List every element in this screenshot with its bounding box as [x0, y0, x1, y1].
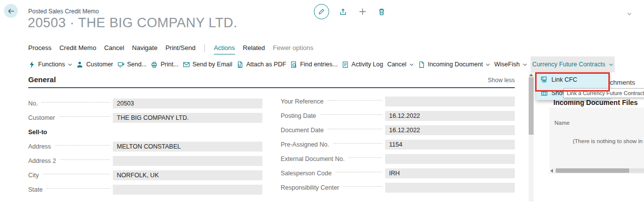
share-icon: [339, 8, 347, 16]
dotted-leader: [43, 174, 110, 174]
action-label: Activity Log: [351, 61, 383, 68]
chevron-down-icon: [523, 63, 527, 66]
action-customer[interactable]: Customer: [76, 61, 113, 68]
menubar-divider: [204, 44, 205, 52]
dotted-leader: [320, 114, 382, 115]
field-value-your-reference[interactable]: [385, 97, 515, 106]
action-find-entries[interactable]: Find entries...: [290, 61, 338, 68]
action-attach-as-pdf[interactable]: Attach as PDF: [236, 61, 286, 68]
page-title: 20503 · THE BIG COMPANY LTD.: [28, 15, 237, 31]
page-action-icons: [314, 4, 387, 19]
field-row-city: City NORFOLK, UK: [28, 168, 262, 182]
action-activity-log[interactable]: Activity Log: [342, 61, 383, 68]
action-label: Print...: [160, 61, 178, 68]
action-label: Functions: [38, 61, 65, 68]
field-value-responsibility-center[interactable]: [385, 183, 515, 193]
menu-related[interactable]: Related: [243, 44, 265, 54]
field-label: Document Date: [281, 127, 324, 134]
field-value-city[interactable]: NORFOLK, UK: [113, 170, 262, 180]
dotted-leader: [348, 157, 382, 158]
collapse-page-button[interactable]: [627, 9, 632, 18]
field-row-state: State: [28, 182, 262, 197]
incoming-document-files-list: Name (There is nothing to show in: [549, 107, 644, 174]
activity-log-icon: [342, 61, 349, 68]
actionbar: Functions Customer Send... Print...: [28, 57, 527, 72]
dotted-leader: [328, 129, 382, 129]
field-row-your-reference: Your Reference: [281, 94, 515, 108]
action-label: Find entries...: [300, 61, 338, 68]
action-send-by-email[interactable]: Send by Email: [183, 61, 233, 68]
attach-pdf-icon: [236, 61, 244, 68]
action-send[interactable]: Send...: [117, 61, 147, 68]
menu-process[interactable]: Process: [28, 44, 51, 54]
share-button[interactable]: [338, 4, 348, 19]
menu-fewer-options[interactable]: Fewer options: [273, 44, 313, 54]
field-row-no: No. 20503: [28, 96, 262, 110]
vertical-scrollbar[interactable]: [529, 72, 534, 202]
field-value-pre-assigned-no[interactable]: 1154: [385, 140, 515, 150]
field-value-document-date[interactable]: 16.12.2022: [385, 125, 515, 135]
back-arrow-icon: [7, 7, 15, 15]
field-label: Address 2: [28, 157, 56, 164]
field-label: Posting Date: [281, 112, 316, 119]
plus-icon: [358, 7, 367, 16]
field-row-external-document-no: External Document No.: [281, 152, 515, 166]
person-icon: [76, 61, 84, 68]
chevron-down-icon: [486, 63, 490, 66]
edit-button[interactable]: [314, 4, 329, 19]
name-column-header[interactable]: Name: [554, 120, 570, 126]
menu-credit-memo[interactable]: Credit Memo: [59, 44, 96, 54]
menubar: Process Credit Memo Cancel Navigate Prin…: [28, 44, 313, 56]
field-row-address-2: Address 2: [28, 154, 262, 168]
field-row-pre-assigned-no: Pre-Assigned No. 1154: [281, 137, 515, 152]
field-value-customer[interactable]: THE BIG COMPANY LTD.: [113, 113, 262, 123]
field-value-address-2[interactable]: [113, 156, 262, 166]
dotted-leader: [327, 100, 382, 101]
action-cancel[interactable]: Cancel: [387, 61, 414, 68]
field-value-no[interactable]: 20503: [113, 99, 262, 108]
general-section-header: General Show less: [28, 75, 515, 88]
vertical-scrollbar-thumb[interactable]: [529, 77, 534, 135]
menu-print-send[interactable]: Print/Send: [165, 44, 196, 54]
action-currency-future-contracts[interactable]: Currency Future Contracts: [531, 56, 615, 72]
find-entries-icon: [290, 61, 297, 68]
menu-cancel[interactable]: Cancel: [104, 44, 124, 54]
horizontal-scrollbar-thumb[interactable]: [556, 168, 629, 173]
horizontal-scrollbar[interactable]: [549, 168, 644, 173]
action-incoming-document[interactable]: Incoming Document: [418, 61, 490, 68]
horizontal-scrollbar-track[interactable]: [555, 168, 644, 173]
action-wisefish[interactable]: WiseFish: [495, 61, 527, 68]
show-less-link[interactable]: Show less: [488, 77, 515, 84]
dotted-leader: [42, 102, 110, 103]
scroll-up-arrow-icon[interactable]: [529, 74, 533, 76]
field-value-salesperson-code[interactable]: IRH: [385, 168, 515, 178]
field-value-external-document-no[interactable]: [385, 154, 515, 164]
chevron-down-icon: [627, 12, 632, 16]
action-label: Incoming Document: [428, 61, 483, 68]
section-title[interactable]: General: [28, 75, 56, 84]
action-label: Cancel: [387, 61, 406, 68]
field-value-state[interactable]: [113, 185, 262, 195]
breadcrumb[interactable]: Posted Sales Credit Memo: [28, 8, 99, 15]
field-label: Address: [28, 143, 51, 150]
empty-list-message: (There is nothing to show in: [573, 138, 643, 144]
field-label: Salesperson Code: [281, 170, 332, 177]
posted-sales-credit-memo-page: Posted Sales Credit Memo 20503 · THE BIG…: [0, 0, 644, 206]
delete-button[interactable]: [376, 4, 387, 19]
action-label: Send...: [127, 61, 147, 68]
dotted-leader: [333, 143, 382, 144]
chevron-down-icon: [68, 63, 72, 66]
field-row-document-date: Document Date 16.12.2022: [281, 123, 515, 137]
field-value-posting-date[interactable]: 16.12.2022: [385, 111, 515, 121]
menu-navigate[interactable]: Navigate: [132, 44, 157, 54]
add-button[interactable]: [357, 4, 368, 19]
action-functions[interactable]: Functions: [28, 61, 72, 68]
action-print[interactable]: Print...: [150, 61, 178, 68]
field-value-address[interactable]: MELTON CONSTABEL: [113, 142, 262, 152]
field-label: Pre-Assigned No.: [281, 141, 329, 148]
menu-actions[interactable]: Actions: [214, 44, 235, 54]
field-label: State: [28, 186, 43, 193]
scroll-left-arrow-icon[interactable]: [550, 169, 553, 173]
back-button[interactable]: [4, 4, 18, 18]
general-left-column: No. 20503 Customer THE BIG COMPANY LTD. …: [28, 96, 262, 197]
